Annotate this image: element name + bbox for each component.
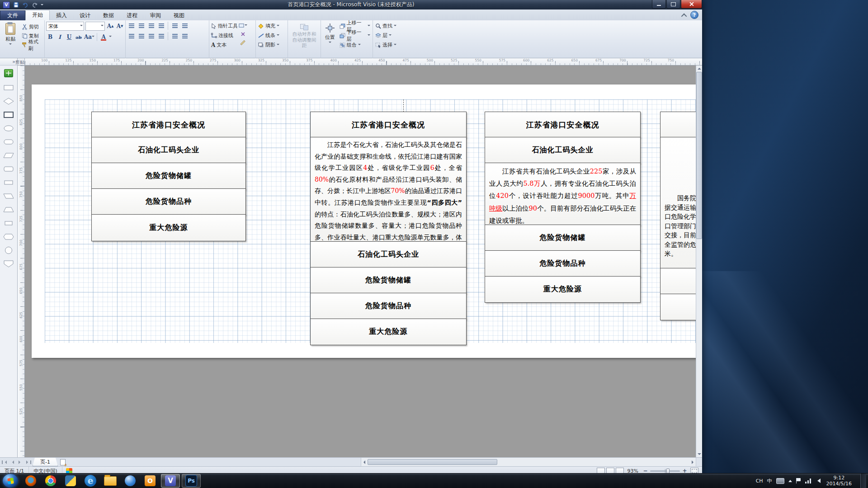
shadow-button[interactable]: 阴影 (257, 41, 286, 49)
flow-box-col1-title[interactable]: 江苏省港口安全概况 (91, 112, 246, 138)
justify-icon[interactable] (157, 33, 165, 40)
bold-button[interactable]: B (46, 33, 54, 41)
flow-box-col4-item2[interactable] (660, 294, 696, 320)
minimize-button[interactable] (652, 0, 666, 9)
stencil-circle-icon[interactable] (3, 246, 14, 254)
stencil-hexagon-icon[interactable] (3, 233, 14, 241)
decrease-indent-icon[interactable] (147, 22, 156, 30)
flow-box-col4-title[interactable] (660, 112, 696, 138)
flow-box-col1-item4[interactable]: 重大危险源 (91, 214, 246, 241)
action-center-icon[interactable] (796, 478, 801, 483)
freeform-tool-button[interactable] (239, 39, 247, 47)
taskbar-chrome-icon[interactable] (42, 474, 60, 487)
scroll-down-button[interactable] (696, 451, 702, 457)
scroll-up-button[interactable] (696, 66, 702, 71)
flow-box-col3-item2[interactable]: 危险货物品种 (485, 250, 641, 277)
cut-button[interactable]: 剪切 (21, 23, 43, 31)
vertical-scrollbar-thumb[interactable] (696, 72, 702, 239)
scroll-right-button[interactable] (690, 459, 696, 465)
shrink-font-button[interactable]: A▼ (116, 22, 124, 30)
previous-page-button[interactable] (8, 458, 16, 466)
flow-box-col3-item3[interactable]: 重大危险源 (485, 276, 641, 303)
tab-file[interactable]: 文件 (0, 10, 25, 20)
distribute-vertical-icon[interactable] (180, 33, 189, 40)
distribute-horizontal-icon[interactable] (170, 33, 179, 40)
stencil-parallelogram-icon[interactable] (3, 151, 14, 160)
show-desktop-button[interactable] (860, 474, 866, 488)
line-spacing-icon[interactable] (170, 22, 179, 30)
flow-box-col2-item1[interactable]: 石油化工码头企业 (310, 241, 467, 268)
numbering-icon[interactable] (137, 22, 146, 30)
flow-box-col2-item3[interactable]: 危险货物品种 (310, 293, 467, 319)
flow-box-col1-item2[interactable]: 危险货物储罐 (91, 163, 246, 189)
connector-tool-button[interactable]: 连接线 (211, 31, 238, 40)
select-button[interactable]: 选择 (374, 41, 406, 49)
paste-button[interactable]: 粘贴 (1, 22, 20, 51)
tab-process[interactable]: 进程 (120, 11, 144, 20)
flow-box-col4-item1[interactable] (660, 268, 696, 295)
tab-home[interactable]: 开始 (25, 10, 50, 20)
align-right-icon[interactable] (147, 33, 156, 40)
layers-button[interactable]: 层 (374, 31, 406, 40)
group-button[interactable]: 组合 (339, 41, 371, 49)
tab-design[interactable]: 设计 (73, 11, 97, 20)
tab-data[interactable]: 数据 (97, 11, 120, 20)
auto-align-button[interactable]: 自动对齐和 自动调整间距 (291, 22, 317, 51)
flow-box-col2-title[interactable]: 江苏省港口安全概况 (310, 112, 467, 138)
stencil-shield-icon[interactable] (3, 260, 14, 268)
taskbar-outlook-icon[interactable]: O (141, 474, 159, 487)
network-icon[interactable] (805, 479, 811, 483)
scroll-left-button[interactable] (361, 459, 367, 465)
flow-box-col2-paragraph[interactable]: 江苏是个石化大省，石油化工码头及其仓储是石化产业的基础支撑和生命线，依托沿江港口… (310, 137, 467, 242)
pointer-tool-button[interactable]: 指针工具 (211, 22, 238, 30)
tab-insert[interactable]: 插入 (50, 11, 73, 20)
horizontal-scrollbar[interactable] (361, 458, 696, 466)
flow-box-col2-item2[interactable]: 危险货物储罐 (310, 267, 467, 294)
flow-box-col1-item1[interactable]: 石油化工码头企业 (91, 137, 246, 164)
bullets-icon[interactable] (127, 22, 136, 30)
first-page-button[interactable] (0, 458, 8, 466)
stencil-diamond-icon[interactable] (3, 97, 14, 105)
send-backward-button[interactable]: 下移一层 (339, 31, 371, 40)
increase-indent-icon[interactable] (157, 22, 165, 30)
taskbar-firefox-icon[interactable] (22, 474, 40, 487)
page-tab-1[interactable]: 页-1 (33, 458, 58, 466)
grow-font-button[interactable]: A▲ (106, 22, 114, 30)
stencil-rectangle2-icon[interactable] (3, 178, 14, 187)
tab-review[interactable]: 审阅 (144, 11, 167, 20)
more-shapes-icon[interactable] (4, 69, 13, 77)
volume-icon[interactable] (815, 479, 821, 483)
taskbar-ie-icon[interactable]: e (81, 474, 99, 487)
align-left-icon[interactable] (127, 33, 136, 40)
drawing-page[interactable]: 江苏省港口安全概况 石油化工码头企业 危险货物储罐 危险货物品种 重大危险源 江… (32, 84, 696, 358)
stencil-rounded-rectangle-icon[interactable] (3, 138, 14, 146)
insert-page-button[interactable] (58, 458, 68, 466)
stencil-rectangle3-icon[interactable] (3, 219, 14, 227)
line-button[interactable]: 线条 (257, 31, 286, 40)
start-button[interactable] (3, 474, 18, 488)
font-family-select[interactable]: 宋体 (46, 22, 84, 31)
text-tool-button[interactable]: A 文本 (211, 41, 238, 49)
minimize-ribbon-button[interactable] (680, 12, 689, 19)
rectangle-tool-button[interactable] (239, 22, 247, 29)
format-painter-button[interactable]: 格式刷 (21, 41, 43, 49)
stencil-ellipse-icon[interactable] (3, 124, 14, 132)
flow-box-col2-item4[interactable]: 重大危险源 (310, 319, 467, 345)
last-page-button[interactable] (24, 458, 33, 466)
taskbar-visio-icon[interactable]: V (161, 474, 180, 488)
find-button[interactable]: 查找 (374, 22, 406, 30)
maximize-button[interactable] (666, 0, 680, 9)
taskbar-media-icon[interactable] (121, 474, 139, 487)
stencil-rounded-rectangle2-icon[interactable] (3, 165, 14, 173)
ime-language-button[interactable]: CH (756, 478, 763, 484)
taskbar-photoshop-icon[interactable]: Ps (182, 474, 201, 488)
flow-box-col3-title[interactable]: 江苏省港口安全概况 (485, 112, 641, 138)
font-color-button[interactable]: A (99, 33, 108, 41)
connection-point-tool-button[interactable] (239, 30, 247, 38)
flow-box-col1-item3[interactable]: 危险货物品种 (91, 188, 246, 215)
close-button[interactable] (681, 0, 702, 9)
font-size-select[interactable] (85, 22, 105, 31)
strikethrough-button[interactable]: ab (75, 33, 83, 41)
fill-button[interactable]: 填充 (257, 22, 286, 30)
flow-box-col3-item1[interactable]: 危险货物储罐 (485, 225, 641, 251)
